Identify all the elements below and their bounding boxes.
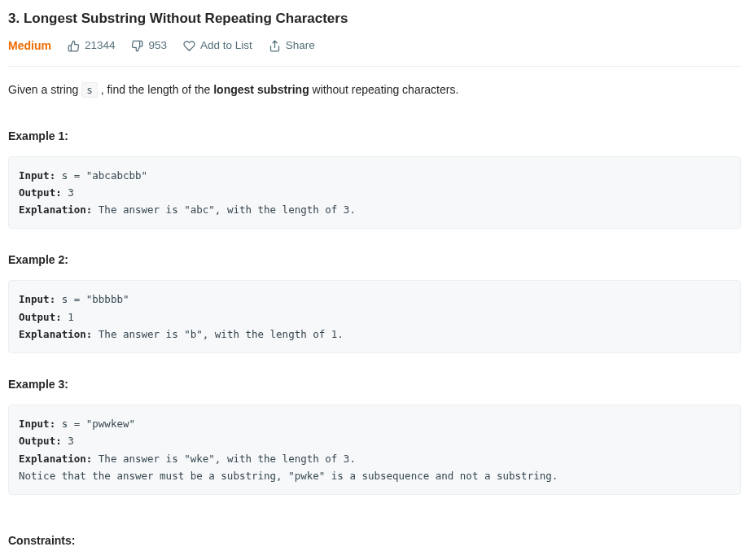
like-button[interactable]: 21344	[68, 37, 116, 54]
example-heading: Example 1:	[8, 128, 741, 145]
example-1: Example 1: Input: s = "abcabcbb" Output:…	[8, 128, 741, 230]
example-code: Input: s = "pwwkew" Output: 3 Explanatio…	[8, 405, 741, 495]
example-3: Example 3: Input: s = "pwwkew" Output: 3…	[8, 376, 741, 495]
difficulty-badge: Medium	[8, 37, 51, 55]
share-button[interactable]: Share	[269, 37, 315, 54]
problem-title: 3. Longest Substring Without Repeating C…	[8, 8, 741, 29]
add-to-list-label: Add to List	[200, 37, 252, 54]
constraints-heading: Constraints:	[8, 532, 741, 549]
problem-description: Given a string s , find the length of th…	[8, 81, 741, 98]
likes-count: 21344	[85, 37, 116, 54]
dislikes-count: 953	[148, 37, 167, 54]
dislike-button[interactable]: 953	[131, 37, 167, 54]
share-label: Share	[286, 37, 315, 54]
add-to-list-button[interactable]: Add to List	[183, 37, 252, 54]
heart-icon	[183, 40, 195, 52]
thumbs-down-icon	[131, 40, 143, 52]
meta-row: Medium 21344 953 Add to List Share	[8, 37, 741, 67]
example-heading: Example 3:	[8, 376, 741, 393]
thumbs-up-icon	[68, 40, 80, 52]
example-2: Example 2: Input: s = "bbbbb" Output: 1 …	[8, 252, 741, 353]
inline-code-s: s	[81, 82, 98, 98]
example-code: Input: s = "abcabcbb" Output: 3 Explanat…	[8, 156, 741, 230]
example-code: Input: s = "bbbbb" Output: 1 Explanation…	[8, 280, 741, 353]
share-icon	[269, 40, 281, 52]
example-heading: Example 2:	[8, 252, 741, 269]
